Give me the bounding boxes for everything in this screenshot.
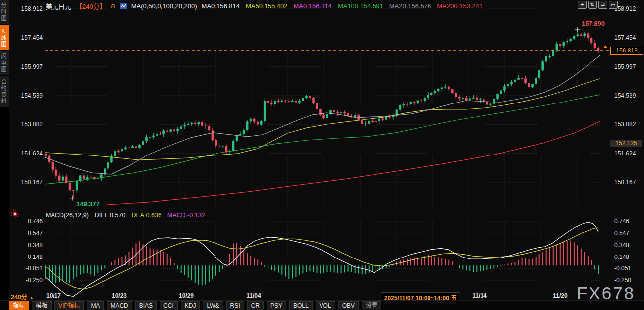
date-tick-label: 10/29: [179, 292, 194, 299]
indicator-tab[interactable]: PSY: [267, 301, 286, 310]
ma-value-label: MA100:154.591: [338, 2, 383, 10]
price-axis-label: 151.624: [614, 150, 644, 157]
price-axis-label: 157.454: [614, 34, 644, 41]
macd-axis-label: -0.250: [10, 277, 43, 284]
ma-value-label: MA0:156.814: [294, 2, 332, 10]
macd-axis-label: 0.148: [614, 254, 644, 260]
indicator-settings-icon[interactable]: [11, 210, 19, 218]
low-price-label: 149.377: [76, 200, 100, 207]
macd-macd-value: MACD:-0.132: [167, 212, 205, 219]
macd-diff-value: DIFF:0.570: [95, 212, 126, 219]
price-axis-label: 153.082: [614, 121, 644, 128]
indicator-tab[interactable]: MACD: [107, 301, 132, 310]
sidebar-tab[interactable]: 分时图: [0, 0, 9, 24]
jump-latest-icon[interactable]: ↦: [609, 1, 618, 9]
macd-axis-label: 0.348: [614, 242, 644, 249]
symbol-title: 美元日元: [46, 1, 71, 11]
ma-value-label: MA0:156.814: [202, 2, 240, 10]
macd-axis-label: 0.746: [614, 218, 644, 225]
indicator-tab[interactable]: KDJ: [181, 301, 200, 310]
indicator-tab[interactable]: 指标: [9, 301, 29, 310]
macd-axis-label: 0.148: [10, 254, 43, 260]
macd-axis-label: 0.746: [10, 218, 43, 225]
axis-scale-icon[interactable]: ⇅: [588, 1, 597, 9]
date-tick-label: 11/04: [246, 292, 261, 299]
chart-canvas[interactable]: [0, 0, 644, 310]
ma-value-label: MA20:156.576: [389, 2, 431, 10]
indicator-tab[interactable]: 设置: [362, 301, 381, 310]
price-axis-label: 158.912: [614, 5, 644, 12]
indicator-tab[interactable]: VOL: [316, 301, 335, 310]
sidebar-tab[interactable]: K线图: [0, 25, 9, 50]
macd-axis-label: -0.051: [10, 265, 43, 272]
price-axis-label: 155.997: [10, 63, 43, 70]
high-price-label: 157.890: [582, 20, 605, 27]
indicator-tab[interactable]: 模板: [32, 301, 52, 310]
ma-params: MA(0,50,0,100,20,200): [131, 2, 197, 10]
macd-axis-label: -0.250: [614, 277, 644, 284]
macd-axis-label: -0.051: [614, 265, 644, 272]
sidebar-tab[interactable]: 闪电图: [0, 51, 9, 75]
chart-header: 美元日元 【240分】 ⊖ MA(0,50,0,100,20,200) MA0:…: [46, 1, 483, 11]
price-axis-label: 151.624: [10, 150, 43, 157]
left-sidebar: 分时图K线图闪电图合约资料: [0, 0, 9, 310]
current-price-tag: 156.813: [610, 47, 643, 55]
crosshair-icon[interactable]: +: [578, 1, 587, 9]
macd-title: MACD(26,12,9): [46, 212, 89, 219]
price-axis-label: 154.539: [614, 92, 644, 99]
period-label: 【240分】: [76, 1, 106, 11]
reference-price-tag: 152.135: [610, 140, 642, 147]
trading-chart-app: 分时图K线图闪电图合约资料 美元日元 【240分】 ⊖ MA(0,50,0,10…: [0, 0, 644, 310]
price-axis-label: 150.167: [10, 179, 43, 186]
date-tick-label: 10/23: [112, 292, 127, 299]
period-selector-label: 240分: [11, 294, 27, 301]
date-tick-label: 11/20: [553, 292, 567, 299]
sidebar-tab[interactable]: 合约资料: [0, 76, 9, 107]
date-tick-label: 10/17: [46, 292, 61, 299]
indicator-tab[interactable]: VIP指标: [54, 301, 84, 310]
price-axis-label: 153.082: [10, 121, 43, 128]
indicator-tab[interactable]: OBV: [338, 301, 359, 310]
indicator-tab[interactable]: BOLL: [289, 301, 313, 310]
ma-value-label: MA50:155.402: [246, 2, 288, 10]
price-axis-label: 157.454: [10, 34, 43, 41]
indicator-tab[interactable]: LW&: [203, 301, 223, 310]
date-tick-label: 11/14: [472, 292, 486, 299]
price-axis-label: 154.539: [10, 92, 43, 99]
ma-values: MA0:156.814MA50:155.402MA0:156.814MA100:…: [202, 2, 483, 10]
indicator-tab[interactable]: BIAS: [135, 301, 157, 310]
mini-chart-icon: [120, 3, 127, 9]
macd-axis-label: 0.547: [10, 230, 43, 237]
ma-value-label: MA200:153.241: [437, 2, 483, 10]
collapse-icon[interactable]: ⊖: [110, 2, 116, 10]
macd-dea-value: DEA:0.636: [131, 212, 161, 219]
macd-axis-label: 0.348: [10, 242, 43, 249]
macd-header: MACD(26,12,9) DIFF:0.570 DEA:0.636 MACD:…: [46, 212, 205, 219]
indicator-tab[interactable]: CCI: [160, 301, 178, 310]
indicator-tab[interactable]: CR: [247, 301, 264, 310]
macd-axis-label: 0.547: [614, 230, 644, 237]
indicator-tab[interactable]: RSI: [226, 301, 244, 310]
triangle-up-icon: ▲: [29, 295, 34, 300]
axis-zoom-icon[interactable]: ⇄: [598, 1, 607, 9]
indicator-toolbar: 指标模板VIP指标MAMACDBIASCCIKDJLW&RSICRPSYBOLL…: [0, 300, 644, 310]
watermark: FX678: [577, 283, 635, 303]
indicator-tab[interactable]: MA: [87, 301, 104, 310]
price-axis-label: 158.912: [10, 5, 43, 12]
price-axis-label: 150.167: [614, 179, 644, 186]
chart-tool-buttons: +⇅⇄↦: [578, 1, 618, 9]
price-axis-label: 155.997: [614, 63, 644, 70]
